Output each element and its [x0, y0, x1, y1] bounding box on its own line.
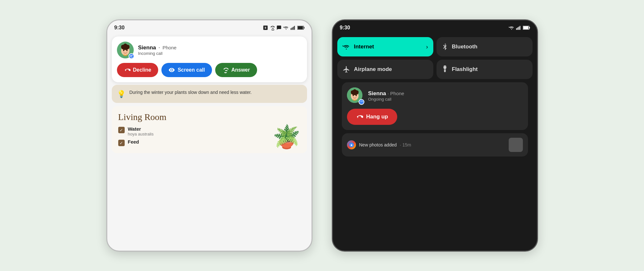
right-phone: 9:30 Internet ›: [332, 19, 538, 252]
svg-point-14: [126, 50, 128, 51]
photos-notif-text: New photos added · 15m: [359, 142, 411, 147]
answer-button[interactable]: Answer: [215, 63, 257, 77]
photos-thumbnail: [509, 138, 523, 152]
task-water-name: Water: [128, 126, 154, 132]
incoming-call-notification: Sienna · Phone Incoming call Decline Scr…: [112, 36, 307, 82]
task-water-info: Water hoya australis: [128, 126, 154, 136]
battery-icon-right: [523, 26, 530, 30]
ongoing-caller-info: Sienna · Phone Ongoing call: [368, 90, 404, 102]
svg-rect-23: [518, 27, 519, 30]
svg-rect-1: [292, 27, 292, 30]
svg-rect-22: [517, 27, 518, 30]
qs-internet-label: Internet: [354, 44, 374, 50]
nfc-icon: [263, 25, 268, 30]
right-status-icons: [509, 25, 530, 30]
bluetooth-icon: [442, 43, 448, 51]
svg-point-16: [125, 55, 126, 56]
wifi-calling-icon: [270, 25, 275, 30]
caller-phone-badge: [129, 53, 134, 59]
svg-point-38: [352, 95, 354, 96]
airplane-icon: [342, 65, 350, 73]
ongoing-call-header: Sienna · Phone Ongoing call: [347, 87, 523, 104]
ongoing-call-status: Ongoing call: [368, 97, 404, 102]
living-room-title: Living Room: [118, 112, 301, 122]
svg-rect-0: [291, 28, 291, 30]
answer-icon: [222, 67, 229, 73]
photos-notif-left: New photos added · 15m: [347, 140, 411, 149]
living-room-card: Living Room ✓ Water hoya australis ✓ Fee…: [112, 106, 307, 153]
quick-settings: Internet › Bluetooth Airplane mode Flash…: [333, 34, 537, 160]
quick-settings-grid: Internet › Bluetooth Airplane mode Flash…: [337, 37, 533, 79]
svg-point-37: [355, 90, 358, 93]
signal-icon-left: [291, 25, 296, 30]
message-icon: [276, 25, 282, 30]
svg-point-17: [126, 55, 127, 56]
decline-button[interactable]: Decline: [117, 63, 159, 77]
svg-marker-29: [443, 66, 446, 69]
svg-point-19: [171, 69, 173, 71]
qs-tile-airplane[interactable]: Airplane mode: [337, 60, 433, 79]
task-feed-checkbox[interactable]: ✓: [118, 140, 125, 146]
qs-bluetooth-label: Bluetooth: [452, 44, 477, 50]
tip-text: During the winter your plants slow down …: [130, 89, 252, 96]
photos-notif-text-wrap: New photos added · 15m: [359, 142, 411, 148]
svg-point-42: [355, 99, 356, 101]
svg-point-20: [170, 68, 171, 69]
ongoing-call-notification: Sienna · Phone Ongoing call Hang up: [342, 82, 528, 130]
plant-decoration: 🪴: [273, 124, 301, 150]
svg-point-15: [123, 55, 125, 56]
hang-up-button[interactable]: Hang up: [347, 109, 397, 125]
decline-icon: [124, 67, 130, 73]
qs-tile-flashlight[interactable]: Flashlight: [437, 60, 533, 79]
task-water-checkbox[interactable]: ✓: [118, 127, 125, 133]
scene: 9:30: [0, 0, 644, 271]
svg-rect-6: [298, 26, 303, 29]
svg-point-31: [444, 69, 445, 70]
ongoing-caller-badge: [359, 99, 364, 105]
svg-rect-2: [293, 27, 293, 30]
left-status-bar: 9:30: [107, 20, 312, 34]
battery-icon-left: [297, 26, 304, 30]
internet-chevron: ›: [426, 44, 428, 50]
caller-name: Sienna · Phone: [138, 45, 177, 51]
flashlight-icon: [442, 65, 448, 73]
photos-app-icon: [347, 140, 356, 149]
screen-call-button[interactable]: Screen call: [161, 63, 212, 77]
svg-rect-28: [444, 65, 446, 66]
svg-rect-27: [523, 26, 528, 29]
right-status-time: 9:30: [340, 25, 350, 31]
svg-rect-24: [519, 26, 520, 30]
qs-tile-internet[interactable]: Internet ›: [337, 37, 433, 56]
svg-point-40: [353, 99, 354, 101]
call-status: Incoming call: [138, 51, 177, 56]
svg-point-12: [126, 45, 130, 48]
left-phone: 9:30: [106, 19, 312, 252]
qs-flashlight-label: Flashlight: [452, 66, 478, 73]
hangup-icon: [356, 113, 363, 120]
photos-icon-svg: [349, 142, 354, 148]
ongoing-caller-name: Sienna · Phone: [368, 90, 404, 97]
tip-icon: 💡: [117, 90, 126, 98]
caller-avatar-wrap: [117, 42, 134, 58]
ongoing-caller-avatar-wrap: [347, 87, 364, 104]
task-feed-info: Feed: [128, 139, 139, 145]
wifi-qs-icon: [342, 44, 350, 50]
task-water-sub: hoya australis: [128, 132, 154, 136]
svg-point-41: [354, 100, 355, 101]
notif-header: Sienna · Phone Incoming call: [117, 42, 301, 58]
signal-icon-right: [516, 25, 521, 30]
task-feed-name: Feed: [128, 139, 139, 145]
wifi-icon-left: [283, 25, 289, 30]
left-status-icons: [263, 25, 304, 30]
screen-call-icon: [168, 67, 175, 73]
wifi-icon-right: [509, 25, 514, 30]
svg-rect-26: [529, 27, 530, 28]
svg-point-13: [123, 50, 124, 51]
tip-card: 💡 During the winter your plants slow dow…: [112, 85, 307, 103]
svg-point-18: [131, 56, 132, 57]
photos-notification: New photos added · 15m: [342, 133, 528, 156]
svg-rect-21: [516, 28, 517, 30]
qs-tile-bluetooth[interactable]: Bluetooth: [437, 37, 533, 56]
svg-rect-5: [303, 27, 304, 28]
left-status-time: 9:30: [114, 25, 125, 31]
